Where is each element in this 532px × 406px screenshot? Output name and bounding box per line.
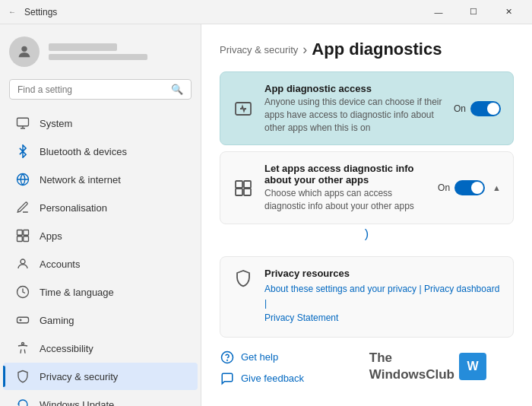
user-header [0, 24, 201, 73]
close-button[interactable]: ✕ [491, 0, 526, 24]
svg-rect-4 [24, 230, 29, 236]
app-diagnostic-row: App diagnostic access Anyone using this … [220, 72, 513, 144]
watermark-logo: W [459, 353, 486, 380]
app-diagnostic-toggle[interactable] [470, 101, 501, 116]
user-name [49, 43, 117, 51]
sidebar-item-time[interactable]: Time & language [3, 278, 198, 306]
breadcrumb-separator: › [302, 42, 307, 58]
sidebar-item-personalisation[interactable]: Personalisation [3, 194, 198, 221]
user-email [49, 54, 147, 60]
svg-rect-3 [17, 230, 23, 236]
minimize-button[interactable]: — [421, 0, 456, 24]
user-info [49, 43, 147, 60]
title-bar: ← Settings — ☐ ✕ [0, 0, 532, 24]
system-icon [15, 116, 30, 131]
apps-icon [15, 228, 30, 243]
svg-rect-12 [236, 181, 242, 188]
let-apps-toggle-wrap: On ▲ [438, 180, 501, 195]
give-feedback-icon [220, 371, 235, 386]
sidebar-item-network[interactable]: Network & internet [3, 166, 198, 193]
sidebar-item-gaming-label: Gaming [40, 315, 74, 326]
page-title: App diagnostics [312, 40, 442, 59]
sidebar-item-accounts-label: Accounts [40, 259, 80, 270]
bluetooth-icon [15, 144, 30, 159]
privacy-icon [15, 369, 30, 384]
search-input[interactable] [17, 84, 171, 95]
svg-rect-15 [244, 189, 251, 195]
app-diagnostic-title: App diagnostic access [264, 83, 443, 94]
maximize-button[interactable]: ☐ [456, 0, 491, 24]
sidebar-item-accessibility-label: Accessibility [40, 343, 93, 354]
svg-point-7 [21, 259, 25, 264]
sidebar-item-windows-update-label: Windows Update [40, 399, 114, 407]
app-diagnostic-toggle-label: On [454, 103, 466, 114]
sidebar-item-accessibility[interactable]: Accessibility [3, 335, 198, 362]
svg-rect-6 [24, 236, 29, 242]
let-apps-toggle[interactable] [454, 180, 485, 195]
sidebar-item-bluetooth-label: Bluetooth & devices [40, 146, 127, 157]
accounts-icon [15, 256, 30, 271]
privacy-about-link[interactable]: About these settings and your privacy [264, 284, 416, 294]
window-controls: — ☐ ✕ [421, 0, 526, 24]
sidebar-item-accounts[interactable]: Accounts [3, 250, 198, 278]
let-apps-access-card: Let apps access diagnostic info about yo… [220, 151, 514, 224]
search-box[interactable]: 🔍 [9, 79, 192, 100]
svg-rect-5 [17, 236, 23, 242]
breadcrumb-parent: Privacy & security [220, 44, 298, 56]
gaming-icon [15, 312, 30, 328]
sidebar-item-network-label: Network & internet [40, 174, 121, 186]
svg-rect-9 [17, 317, 29, 323]
sidebar-item-gaming[interactable]: Gaming [3, 306, 198, 334]
search-icon: 🔍 [171, 84, 183, 95]
nav-items: SystemBluetooth & devicesNetwork & inter… [0, 106, 201, 406]
sidebar-item-system[interactable]: System [3, 109, 198, 137]
privacy-resources-title: Privacy resources [264, 268, 501, 279]
sidebar-item-bluetooth[interactable]: Bluetooth & devices [3, 138, 198, 165]
expand-icon[interactable]: ▲ [492, 183, 501, 192]
svg-point-10 [22, 343, 24, 345]
scroll-indicator: ) [220, 224, 514, 244]
privacy-dashboard-link[interactable]: Privacy dashboard [424, 284, 499, 294]
watermark: The WindowsClub W [369, 350, 486, 383]
sidebar-item-time-label: Time & language [40, 287, 114, 298]
breadcrumb: Privacy & security › App diagnostics [220, 40, 514, 59]
apps-icon [233, 177, 254, 198]
svg-rect-1 [17, 118, 29, 126]
app-diagnostic-toggle-wrap: On [454, 101, 501, 116]
sidebar-item-apps[interactable]: Apps [3, 222, 198, 249]
back-button[interactable]: ← [6, 6, 18, 18]
let-apps-text: Let apps access diagnostic info about yo… [264, 163, 427, 213]
let-apps-title: Let apps access diagnostic info about yo… [264, 163, 427, 186]
svg-point-0 [21, 46, 27, 52]
privacy-resources-card: Privacy resources About these settings a… [220, 256, 514, 338]
avatar [9, 36, 40, 67]
sidebar-item-windows-update[interactable]: Windows Update [3, 391, 198, 406]
privacy-statement-link[interactable]: Privacy Statement [264, 312, 338, 323]
svg-rect-13 [244, 181, 251, 188]
watermark-text: The WindowsClub [369, 350, 454, 383]
get-help-label: Get help [241, 351, 278, 363]
get-help-icon [220, 350, 235, 365]
svg-point-17 [227, 360, 228, 360]
accessibility-icon [15, 341, 30, 356]
windows-update-icon [15, 397, 30, 406]
app-diagnostic-access-card: App diagnostic access Anyone using this … [220, 71, 514, 145]
sidebar-item-privacy[interactable]: Privacy & security [3, 363, 198, 390]
main-container: 🔍 SystemBluetooth & devicesNetwork & int… [0, 24, 532, 406]
privacy-content: Privacy resources About these settings a… [264, 268, 501, 326]
app-diagnostic-text: App diagnostic access Anyone using this … [264, 83, 443, 134]
network-icon [15, 172, 30, 187]
sidebar-item-privacy-label: Privacy & security [40, 371, 118, 382]
svg-rect-14 [236, 189, 242, 195]
personalisation-icon [15, 200, 30, 215]
diagnostic-icon [233, 98, 254, 119]
sidebar-item-apps-label: Apps [40, 230, 62, 242]
privacy-links: About these settings and your privacy | … [264, 282, 501, 326]
let-apps-toggle-label: On [438, 182, 450, 193]
sidebar-item-personalisation-label: Personalisation [40, 202, 107, 214]
privacy-icon [233, 268, 254, 289]
let-apps-desc: Choose which apps can access diagnostic … [264, 187, 427, 213]
time-icon [15, 284, 30, 300]
sidebar-item-system-label: System [40, 118, 72, 129]
app-title: Settings [24, 7, 57, 17]
